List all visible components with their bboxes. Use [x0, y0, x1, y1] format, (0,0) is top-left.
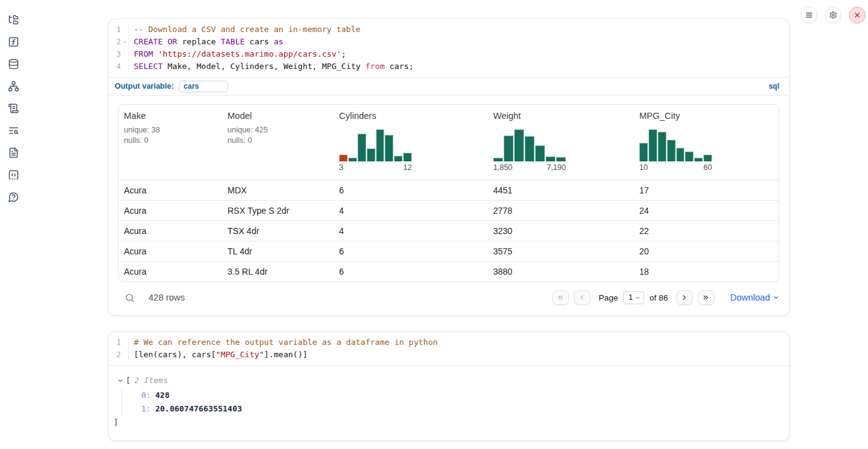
histogram-bar[interactable] [535, 145, 545, 161]
table-cell[interactable]: Acura [119, 261, 223, 281]
column-header-model[interactable]: Modelunique: 425nulls: 0 [223, 105, 334, 180]
histogram-bar[interactable] [639, 143, 648, 161]
code-line[interactable]: 2[len(cars), cars["MPG_City"].mean()] [108, 349, 789, 361]
histogram-bar[interactable] [685, 152, 694, 161]
code-line[interactable]: 4SELECT Make, Model, Cylinders, Weight, … [108, 60, 789, 73]
column-header-make[interactable]: Makeunique: 38nulls: 0 [119, 105, 223, 180]
table-cell[interactable]: 18 [634, 261, 779, 281]
download-button[interactable]: Download [731, 293, 780, 302]
histogram-bar[interactable] [358, 134, 366, 161]
data-table-container: Makeunique: 38nulls: 0Modelunique: 425nu… [118, 104, 779, 282]
code-text[interactable]: # We can reference the output variable a… [128, 336, 789, 349]
table-row[interactable]: AcuraTSX 4dr4323022 [119, 220, 779, 241]
histogram-bar[interactable] [376, 129, 385, 161]
table-cell[interactable]: 4 [334, 200, 488, 220]
table-row[interactable]: AcuraRSX Type S 2dr4277824 [119, 200, 779, 220]
table-cell[interactable]: 4451 [488, 180, 634, 200]
code-line[interactable]: 3FROM 'https://datasets.marimo.app/cars.… [108, 48, 789, 60]
table-row[interactable]: AcuraTL 4dr6357520 [119, 241, 779, 261]
table-row[interactable]: Acura3.5 RL 4dr6388018 [119, 261, 779, 281]
close-button[interactable] [849, 7, 866, 23]
network-icon [8, 81, 19, 92]
histogram-bar[interactable] [348, 158, 357, 161]
code-text[interactable]: FROM 'https://datasets.marimo.app/cars.c… [128, 48, 789, 60]
histogram-bar[interactable] [339, 155, 348, 161]
column-header-cylinders[interactable]: Cylinders312 [334, 105, 488, 180]
table-cell[interactable]: Acura [119, 220, 223, 241]
table-cell[interactable]: 22 [634, 220, 779, 241]
sidebar-item-variables[interactable] [8, 36, 19, 47]
table-cell[interactable]: 4 [334, 220, 488, 241]
histogram-bar[interactable] [667, 140, 676, 161]
sidebar-item-logs[interactable] [8, 125, 19, 136]
histogram-bar[interactable] [546, 156, 555, 161]
table-cell[interactable]: 17 [634, 180, 779, 200]
menu-button[interactable] [801, 7, 817, 23]
fold-chevron-icon[interactable] [121, 39, 128, 45]
collapse-toggle[interactable] [117, 378, 123, 384]
table-cell[interactable]: RSX Type S 2dr [223, 200, 334, 220]
sidebar-item-dependency-graph[interactable] [8, 81, 19, 92]
table-cell[interactable]: 6 [334, 180, 488, 200]
code-text[interactable]: SELECT Make, Model, Cylinders, Weight, M… [128, 60, 789, 73]
table-row[interactable]: AcuraMDX6445117 [119, 180, 779, 200]
column-histogram[interactable] [339, 129, 412, 161]
histogram-bar[interactable] [367, 148, 375, 161]
table-cell[interactable]: 6 [334, 241, 488, 261]
sidebar-item-file-explorer[interactable] [8, 14, 19, 25]
table-cell[interactable]: 3230 [488, 220, 634, 241]
prev-page-button[interactable] [574, 290, 591, 305]
column-histogram[interactable] [493, 129, 566, 161]
histogram-bar[interactable] [703, 155, 712, 161]
table-cell[interactable]: Acura [119, 200, 223, 220]
histogram-bar[interactable] [385, 135, 393, 161]
histogram-bar[interactable] [514, 129, 524, 161]
histogram-bar[interactable] [556, 157, 566, 161]
python-code-editor[interactable]: 1# We can reference the output variable … [108, 332, 789, 365]
language-badge[interactable]: sql [769, 82, 779, 91]
table-cell[interactable]: Acura [119, 241, 223, 261]
table-cell[interactable]: 20 [634, 241, 779, 261]
search-button[interactable] [125, 292, 136, 303]
table-cell[interactable]: TL 4dr [223, 241, 334, 261]
table-cell[interactable]: 3880 [488, 261, 634, 281]
table-cell[interactable]: 3.5 RL 4dr [223, 261, 334, 281]
code-text[interactable]: -- Download a CSV and create an in-memor… [128, 23, 789, 36]
table-cell[interactable]: 6 [334, 261, 488, 281]
histogram-bar[interactable] [403, 153, 412, 161]
table-cell[interactable]: TSX 4dr [223, 220, 334, 241]
settings-button[interactable] [825, 7, 841, 23]
histogram-bar[interactable] [658, 132, 666, 161]
code-text[interactable]: [len(cars), cars["MPG_City"].mean()] [128, 349, 789, 361]
histogram-bar[interactable] [394, 156, 403, 161]
sidebar-item-snippets[interactable] [8, 169, 19, 180]
output-variable-input[interactable] [179, 81, 228, 92]
table-cell[interactable]: 2778 [488, 200, 634, 220]
histogram-bar[interactable] [504, 136, 514, 161]
next-page-button[interactable] [676, 290, 693, 305]
table-cell[interactable]: Acura [119, 180, 223, 200]
sidebar-item-data-sources[interactable] [8, 59, 19, 70]
code-line[interactable]: 1-- Download a CSV and create an in-memo… [108, 23, 789, 36]
sidebar-item-scratchpad[interactable] [8, 103, 19, 114]
histogram-bar[interactable] [525, 136, 534, 161]
code-line[interactable]: 1# We can reference the output variable … [108, 336, 789, 349]
table-cell[interactable]: 24 [634, 200, 779, 220]
sidebar-item-documentation[interactable] [8, 147, 19, 158]
sql-code-editor[interactable]: 1-- Download a CSV and create an in-memo… [108, 19, 789, 77]
code-text[interactable]: CREATE OR replace TABLE cars as [128, 36, 789, 48]
column-header-weight[interactable]: Weight1,8507,190 [488, 105, 634, 180]
table-cell[interactable]: 3575 [488, 241, 634, 261]
table-cell[interactable]: MDX [223, 180, 334, 200]
column-histogram[interactable] [639, 129, 712, 161]
histogram-bar[interactable] [676, 148, 685, 161]
first-page-button[interactable] [552, 290, 569, 305]
histogram-bar[interactable] [649, 129, 657, 161]
last-page-button[interactable] [698, 290, 714, 305]
histogram-bar[interactable] [493, 158, 503, 161]
sidebar-item-help[interactable] [8, 192, 19, 203]
code-line[interactable]: 2CREATE OR replace TABLE cars as [108, 36, 789, 48]
page-select[interactable]: 1 [623, 291, 645, 304]
histogram-bar[interactable] [694, 158, 703, 161]
column-header-mpg_city[interactable]: MPG_City1060 [634, 105, 779, 180]
